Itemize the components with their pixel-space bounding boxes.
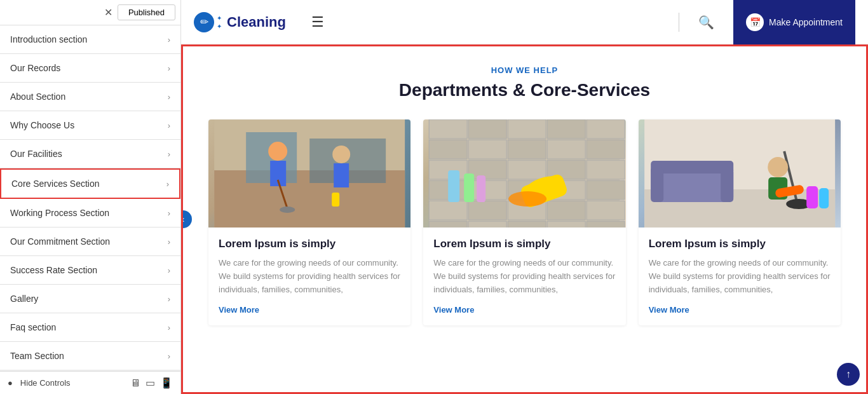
search-button[interactable]: 🔍 xyxy=(692,15,721,30)
sidebar-header: ✕ Published xyxy=(0,0,180,25)
sidebar-item-our-facilities[interactable]: Our Facilities› xyxy=(0,140,180,168)
svg-rect-46 xyxy=(464,173,474,202)
sidebar-item-label: Our Records xyxy=(10,63,60,73)
logo-stars: ✦ ✦ xyxy=(217,15,222,30)
svg-rect-38 xyxy=(468,221,506,228)
sidebar-item-label: Core Services Section xyxy=(11,179,100,189)
sidebar-item-label: Success Rate Section xyxy=(10,265,97,275)
footer-icons: 🖥 ▭ 📱 xyxy=(130,377,173,389)
sidebar-footer[interactable]: ● Hide Controls 🖥 ▭ 📱 xyxy=(0,371,180,394)
sidebar-item-label: Our Commitment Section xyxy=(10,236,110,247)
svg-rect-41 xyxy=(587,221,625,228)
card-body-1: Lorem Ipsum is simplyWe care for the gro… xyxy=(208,228,410,325)
svg-rect-7 xyxy=(334,163,349,187)
chevron-right-icon: › xyxy=(168,149,170,159)
section-label: HOW WE HELP xyxy=(208,65,841,75)
card-image-3 xyxy=(639,119,841,228)
card-title-3: Lorem Ipsum is simply xyxy=(649,238,831,250)
chevron-right-icon: › xyxy=(168,266,170,275)
svg-rect-39 xyxy=(508,221,546,228)
search-icon: 🔍 xyxy=(698,15,714,29)
svg-rect-59 xyxy=(819,188,829,208)
card-image-2 xyxy=(423,119,625,228)
content-area: ‹ HOW WE HELP Departments & Core-Service… xyxy=(181,44,868,394)
sidebar-item-gallery[interactable]: Gallery› xyxy=(0,285,180,313)
hamburger-button[interactable]: ☰ xyxy=(311,14,324,31)
card-text-2: We care for the growing needs of our com… xyxy=(433,257,615,296)
sidebar-item-label: Introduction section xyxy=(10,34,87,44)
sidebar-items-list: Introduction section›Our Records›About S… xyxy=(0,25,180,371)
sidebar-item-team-section[interactable]: Team Section› xyxy=(0,342,180,370)
svg-point-6 xyxy=(332,146,350,163)
brand-logo: ✏ ✦ ✦ xyxy=(194,12,222,32)
chevron-right-icon: › xyxy=(168,351,170,361)
card-body-2: Lorem Ipsum is simplyWe care for the gro… xyxy=(423,228,625,325)
sidebar-item-label: About Section xyxy=(10,92,65,102)
top-navbar: ✏ ✦ ✦ Cleaning ☰ 🔍 📅 Make Appointment xyxy=(181,0,868,44)
sidebar-item-success-rate-section[interactable]: Success Rate Section› xyxy=(0,256,180,285)
scroll-top-button[interactable]: ↑ xyxy=(837,363,860,386)
card-view-more-2[interactable]: View More xyxy=(433,305,474,315)
appointment-button[interactable]: 📅 Make Appointment xyxy=(733,0,855,44)
svg-rect-24 xyxy=(508,160,546,179)
card-text-3: We care for the growing needs of our com… xyxy=(649,257,831,296)
sidebar-item-why-choose-us[interactable]: Why Choose Us› xyxy=(0,111,180,140)
card-view-more-3[interactable]: View More xyxy=(649,305,689,315)
sidebar-item-introduction-section[interactable]: Introduction section› xyxy=(0,25,180,54)
cards-grid: Lorem Ipsum is simplyWe care for the gro… xyxy=(208,119,841,325)
card-view-more-1[interactable]: View More xyxy=(219,305,259,315)
sidebar: ✕ Published Introduction section›Our Rec… xyxy=(0,0,181,394)
hide-controls-label: Hide Controls xyxy=(20,378,71,388)
svg-rect-35 xyxy=(547,201,585,220)
sidebar-item-faq-section[interactable]: Faq section› xyxy=(0,313,180,342)
card-body-3: Lorem Ipsum is simplyWe care for the gro… xyxy=(639,228,841,325)
svg-rect-20 xyxy=(547,140,585,159)
desktop-icon[interactable]: 🖥 xyxy=(130,377,140,389)
published-button[interactable]: Published xyxy=(118,4,175,20)
sidebar-item-working-process-section[interactable]: Working Process Section› xyxy=(0,199,180,228)
svg-rect-14 xyxy=(508,119,546,139)
svg-rect-45 xyxy=(448,170,459,202)
sidebar-item-core-services-section[interactable]: Core Services Section› xyxy=(0,168,180,199)
svg-rect-26 xyxy=(587,160,625,179)
sidebar-item-label: Gallery xyxy=(10,294,38,304)
chevron-right-icon: › xyxy=(168,208,170,218)
svg-rect-32 xyxy=(429,201,467,220)
close-button[interactable]: ✕ xyxy=(104,6,112,18)
svg-rect-16 xyxy=(587,119,625,139)
sidebar-item-our-records[interactable]: Our Records› xyxy=(0,54,180,83)
chevron-right-icon: › xyxy=(166,179,169,189)
svg-rect-52 xyxy=(651,167,663,202)
svg-point-44 xyxy=(508,191,546,207)
main-area: ✏ ✦ ✦ Cleaning ☰ 🔍 📅 Make Appointment ‹ … xyxy=(181,0,868,394)
mobile-icon[interactable]: 📱 xyxy=(160,377,173,389)
hide-controls-icon: ● xyxy=(8,378,13,388)
content-inner: HOW WE HELP Departments & Core-Services … xyxy=(183,46,866,392)
svg-rect-37 xyxy=(429,221,467,228)
star-icon-1: ✦ xyxy=(217,15,222,22)
sidebar-item-label: Team Section xyxy=(10,351,64,361)
chevron-right-icon: › xyxy=(168,92,170,102)
svg-rect-17 xyxy=(429,140,467,159)
sidebar-item-label: Working Process Section xyxy=(10,208,109,218)
sidebar-item-label: Faq section xyxy=(10,322,56,332)
svg-rect-47 xyxy=(477,175,485,202)
nav-divider xyxy=(679,13,679,32)
card-image-1 xyxy=(208,119,410,228)
sidebar-item-our-commitment-section[interactable]: Our Commitment Section› xyxy=(0,228,180,256)
svg-rect-13 xyxy=(468,119,506,139)
service-card-1: Lorem Ipsum is simplyWe care for the gro… xyxy=(208,119,410,325)
sidebar-item-about-section[interactable]: About Section› xyxy=(0,83,180,111)
tablet-icon[interactable]: ▭ xyxy=(146,377,155,389)
chevron-right-icon: › xyxy=(168,64,170,73)
svg-rect-36 xyxy=(587,201,625,220)
card-title-1: Lorem Ipsum is simply xyxy=(219,238,400,250)
star-icon-2: ✦ xyxy=(217,23,222,30)
svg-rect-53 xyxy=(721,167,733,202)
brand-logo-container: ✏ ✦ ✦ Cleaning xyxy=(194,12,286,32)
chevron-right-icon: › xyxy=(168,121,170,130)
svg-rect-58 xyxy=(806,186,818,208)
svg-rect-19 xyxy=(508,140,546,159)
svg-rect-33 xyxy=(468,201,506,220)
logo-circle-icon: ✏ xyxy=(194,12,214,32)
